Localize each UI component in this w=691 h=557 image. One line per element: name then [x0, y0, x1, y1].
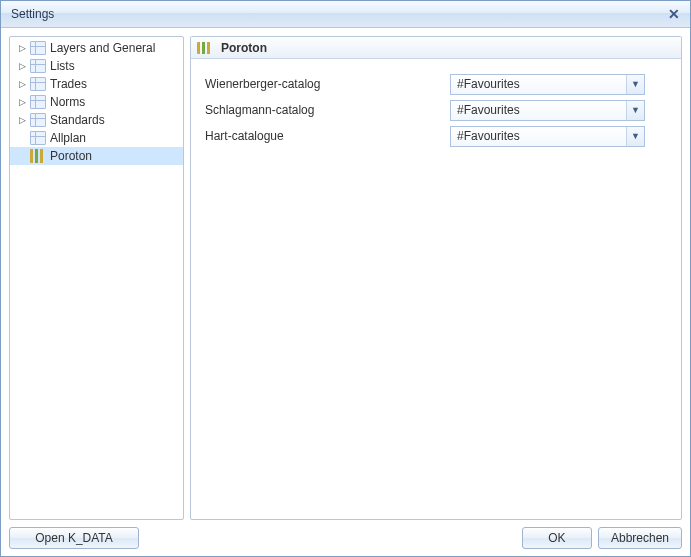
tree-item-label: Trades	[50, 77, 87, 91]
form-row-wienerberger: Wienerberger-catalog #Favourites ▼	[205, 71, 667, 97]
tree-item-label: Lists	[50, 59, 75, 73]
tree-item-label: Standards	[50, 113, 105, 127]
settings-tree: ▷ Layers and General ▷ Lists ▷ Trades ▷ …	[9, 36, 184, 520]
tree-item-allplan[interactable]: ▷ Allplan	[10, 129, 183, 147]
window-title: Settings	[11, 7, 664, 21]
ok-button[interactable]: OK	[522, 527, 592, 549]
form-label: Schlagmann-catalog	[205, 103, 450, 117]
table-icon	[30, 131, 46, 145]
table-icon	[30, 95, 46, 109]
schlagmann-catalog-select[interactable]: #Favourites ▼	[450, 100, 645, 121]
close-button[interactable]: ✕	[664, 5, 684, 23]
bars-icon	[30, 149, 46, 163]
tree-item-label: Norms	[50, 95, 85, 109]
select-value: #Favourites	[457, 103, 520, 117]
tree-item-layers-and-general[interactable]: ▷ Layers and General	[10, 39, 183, 57]
bars-icon	[197, 42, 211, 54]
table-icon	[30, 113, 46, 127]
form-label: Wienerberger-catalog	[205, 77, 450, 91]
chevron-down-icon: ▼	[626, 75, 644, 94]
chevron-right-icon[interactable]: ▷	[16, 114, 28, 126]
dialog-body: ▷ Layers and General ▷ Lists ▷ Trades ▷ …	[1, 28, 690, 520]
tree-item-poroton[interactable]: ▷ Poroton	[10, 147, 183, 165]
table-icon	[30, 41, 46, 55]
content-heading: Poroton	[221, 41, 267, 55]
chevron-down-icon: ▼	[626, 101, 644, 120]
form-row-hart: Hart-catalogue #Favourites ▼	[205, 123, 667, 149]
hart-catalogue-select[interactable]: #Favourites ▼	[450, 126, 645, 147]
dialog-footer: Open K_DATA OK Abbrechen	[1, 520, 690, 556]
select-value: #Favourites	[457, 129, 520, 143]
chevron-down-icon: ▼	[626, 127, 644, 146]
tree-item-standards[interactable]: ▷ Standards	[10, 111, 183, 129]
table-icon	[30, 77, 46, 91]
open-kdata-button[interactable]: Open K_DATA	[9, 527, 139, 549]
tree-item-label: Poroton	[50, 149, 92, 163]
titlebar: Settings ✕	[1, 1, 690, 28]
tree-item-trades[interactable]: ▷ Trades	[10, 75, 183, 93]
tree-item-norms[interactable]: ▷ Norms	[10, 93, 183, 111]
tree-item-lists[interactable]: ▷ Lists	[10, 57, 183, 75]
form-label: Hart-catalogue	[205, 129, 450, 143]
tree-item-label: Layers and General	[50, 41, 155, 55]
form-row-schlagmann: Schlagmann-catalog #Favourites ▼	[205, 97, 667, 123]
settings-window: Settings ✕ ▷ Layers and General ▷ Lists …	[0, 0, 691, 557]
chevron-right-icon[interactable]: ▷	[16, 78, 28, 90]
form-area: Wienerberger-catalog #Favourites ▼ Schla…	[191, 59, 681, 161]
chevron-right-icon[interactable]: ▷	[16, 60, 28, 72]
wienerberger-catalog-select[interactable]: #Favourites ▼	[450, 74, 645, 95]
table-icon	[30, 59, 46, 73]
close-icon: ✕	[668, 6, 680, 22]
content-header: Poroton	[191, 37, 681, 59]
select-value: #Favourites	[457, 77, 520, 91]
tree-item-label: Allplan	[50, 131, 86, 145]
chevron-right-icon[interactable]: ▷	[16, 42, 28, 54]
chevron-right-icon[interactable]: ▷	[16, 96, 28, 108]
content-panel: Poroton Wienerberger-catalog #Favourites…	[190, 36, 682, 520]
cancel-button[interactable]: Abbrechen	[598, 527, 682, 549]
